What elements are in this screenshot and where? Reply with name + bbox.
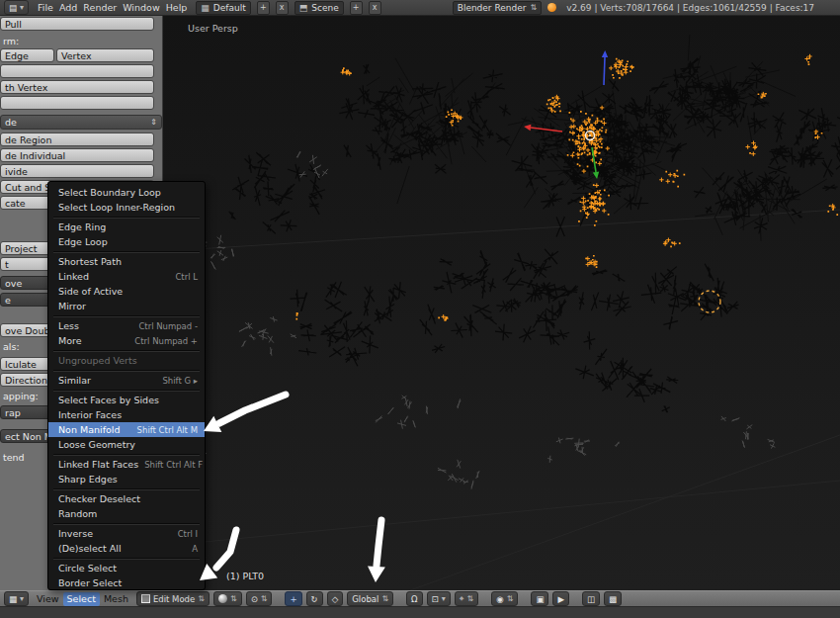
- context-menu-item-select-faces-by-sides[interactable]: Select Faces by Sides: [48, 393, 205, 407]
- topbar-menu-help[interactable]: Help: [163, 0, 191, 15]
- context-menu-item-circle-select[interactable]: Circle Select: [48, 561, 205, 575]
- context-menu-item-border-select[interactable]: Border Select: [48, 575, 205, 590]
- collapse-arrows-icon: ⇕: [150, 116, 157, 129]
- header-menu-view[interactable]: View: [33, 592, 63, 606]
- topbar-menu-add[interactable]: Add: [56, 0, 80, 15]
- layout-browse-icon[interactable]: ▦: [201, 3, 210, 13]
- toolshelf-button[interactable]: ivide: [0, 164, 154, 178]
- menu-separator: [48, 388, 205, 393]
- context-menu-item-similar[interactable]: SimilarShift G ▸: [48, 373, 205, 388]
- chevron-updown-icon: ⇅: [381, 594, 388, 603]
- header-icon-button[interactable]: ◫: [582, 591, 600, 606]
- screen-layout-selector[interactable]: ▦ Default: [196, 1, 250, 15]
- object-info-label: (1) PLT0: [226, 571, 264, 581]
- toolshelf-label: tend: [3, 452, 25, 463]
- topbar-menus: FileAddRenderWindowHelp: [35, 0, 190, 15]
- proportional-editing-selector[interactable]: ◉⇅: [491, 591, 518, 606]
- edit-mode-icon: [141, 594, 150, 603]
- toolshelf-button[interactable]: de Region: [0, 132, 154, 146]
- context-menu-item-interior-faces[interactable]: Interior Faces: [48, 407, 205, 422]
- select-context-menu: Select Boundary LoopSelect Loop Inner-Re…: [47, 181, 206, 590]
- toolshelf-button[interactable]: Edge: [0, 48, 54, 62]
- context-menu-item-inverse[interactable]: InverseCtrl I: [48, 526, 205, 541]
- toolshelf-button[interactable]: de Individual: [0, 148, 154, 162]
- close-layout-button[interactable]: x: [276, 1, 289, 15]
- chevron-updown-icon: ⇅: [198, 594, 205, 603]
- snap-target-selector[interactable]: ⌖⇅: [455, 591, 479, 606]
- snap-element-selector[interactable]: ⊡▾: [427, 591, 451, 606]
- screen-layout-value: Default: [213, 3, 246, 13]
- toolshelf-button[interactable]: de⇕: [0, 115, 162, 130]
- mode-value: Edit Mode: [153, 594, 195, 604]
- mode-selector[interactable]: Edit Mode ⇅: [136, 591, 210, 606]
- context-menu-item-non-manifold[interactable]: Non ManifoldShift Ctrl Alt M: [48, 422, 205, 437]
- manipulator-rotate-button[interactable]: ↻: [306, 591, 323, 606]
- toolshelf-button[interactable]: Vertex: [56, 48, 154, 62]
- context-menu-item-linked[interactable]: LinkedCtrl L: [48, 269, 205, 284]
- menu-separator: [48, 556, 205, 561]
- header-icon-button[interactable]: ▩: [604, 591, 622, 606]
- menu-separator: [48, 452, 205, 457]
- context-menu-item-more[interactable]: MoreCtrl Numpad +: [48, 333, 205, 348]
- context-menu-item-edge-loop[interactable]: Edge Loop: [48, 234, 205, 249]
- render-engine-selector[interactable]: Blender Render ⇅: [453, 1, 542, 15]
- opengl-render-anim-button[interactable]: ▶: [552, 591, 569, 606]
- add-layout-button[interactable]: +: [257, 1, 270, 15]
- context-menu-item-ungrouped-verts[interactable]: Ungrouped Verts: [48, 353, 205, 368]
- toolshelf-button[interactable]: Pull: [0, 17, 154, 31]
- header-menu-select[interactable]: Select: [63, 592, 100, 606]
- context-menu-item-select-loop-inner-region[interactable]: Select Loop Inner-Region: [48, 200, 205, 215]
- close-scene-button[interactable]: x: [369, 1, 381, 15]
- manipulator-translate-button[interactable]: +: [285, 591, 301, 606]
- context-menu-item-edge-ring[interactable]: Edge Ring: [48, 220, 205, 234]
- opengl-render-image-button[interactable]: ▣: [531, 591, 548, 606]
- context-menu-item-linked-flat-faces[interactable]: Linked Flat FacesShift Ctrl Alt F: [48, 457, 205, 472]
- orientation-value: Global: [352, 594, 378, 604]
- shading-sphere-icon: [218, 594, 227, 603]
- context-menu-item--de-select-all[interactable]: (De)select AllA: [48, 541, 205, 556]
- menu-separator: [48, 348, 205, 353]
- pivot-point-selector[interactable]: ⊙ ⇅: [246, 591, 273, 606]
- menu-separator: [48, 249, 205, 254]
- snap-magnet-button[interactable]: Ω: [406, 591, 423, 606]
- viewport-shading-selector[interactable]: ⇅: [213, 591, 242, 606]
- toolshelf-label: rm:: [3, 36, 19, 46]
- context-menu-item-random[interactable]: Random: [48, 506, 205, 521]
- editor-type-icon[interactable]: ▤▾: [4, 0, 29, 15]
- scene-value: Scene: [311, 3, 338, 13]
- context-menu-item-side-of-active[interactable]: Side of Active: [48, 284, 205, 299]
- toolshelf-button[interactable]: [0, 96, 154, 110]
- viewport-menus: ViewSelectMesh: [33, 592, 132, 606]
- menu-separator: [48, 313, 205, 318]
- blender-logo-icon: [547, 3, 556, 12]
- scene-selector[interactable]: ⬒ Scene: [294, 1, 344, 15]
- viewport-canvas: [163, 16, 840, 590]
- info-header: ▤▾ FileAddRenderWindowHelp ▦ Default + x…: [0, 0, 840, 16]
- context-menu-item-mirror[interactable]: Mirror: [48, 299, 205, 313]
- topbar-menu-file[interactable]: File: [35, 0, 56, 15]
- toolshelf-label: als:: [3, 341, 20, 352]
- manipulator-scale-button[interactable]: ◇: [327, 591, 344, 606]
- render-engine-value: Blender Render: [458, 3, 527, 13]
- context-menu-item-select-boundary-loop[interactable]: Select Boundary Loop: [48, 185, 205, 200]
- orientation-selector[interactable]: Global ⇅: [347, 591, 393, 606]
- context-menu-item-sharp-edges[interactable]: Sharp Edges: [48, 472, 205, 486]
- scene-browse-icon[interactable]: ⬒: [299, 3, 308, 13]
- view-name-label: User Persp: [188, 23, 238, 34]
- topbar-menu-render[interactable]: Render: [80, 0, 120, 15]
- header-menu-mesh[interactable]: Mesh: [100, 592, 132, 606]
- context-menu-item-less[interactable]: LessCtrl Numpad -: [48, 318, 205, 333]
- viewport-3d[interactable]: User Persp (1) PLT0: [163, 16, 840, 590]
- chevron-updown-icon: ⇅: [261, 594, 268, 603]
- menu-separator: [48, 486, 205, 491]
- topbar-menu-window[interactable]: Window: [120, 0, 162, 15]
- toolshelf-button[interactable]: [0, 64, 154, 78]
- pivot-icon: ⊙: [251, 594, 258, 604]
- toolshelf-button[interactable]: th Vertex: [0, 80, 154, 94]
- add-scene-button[interactable]: +: [350, 1, 363, 15]
- editor-type-3dview-icon[interactable]: ▦▾: [4, 591, 29, 606]
- context-menu-item-loose-geometry[interactable]: Loose Geometry: [48, 437, 205, 452]
- context-menu-item-shortest-path[interactable]: Shortest Path: [48, 254, 205, 269]
- menu-separator: [48, 368, 205, 373]
- context-menu-item-checker-deselect[interactable]: Checker Deselect: [48, 491, 205, 506]
